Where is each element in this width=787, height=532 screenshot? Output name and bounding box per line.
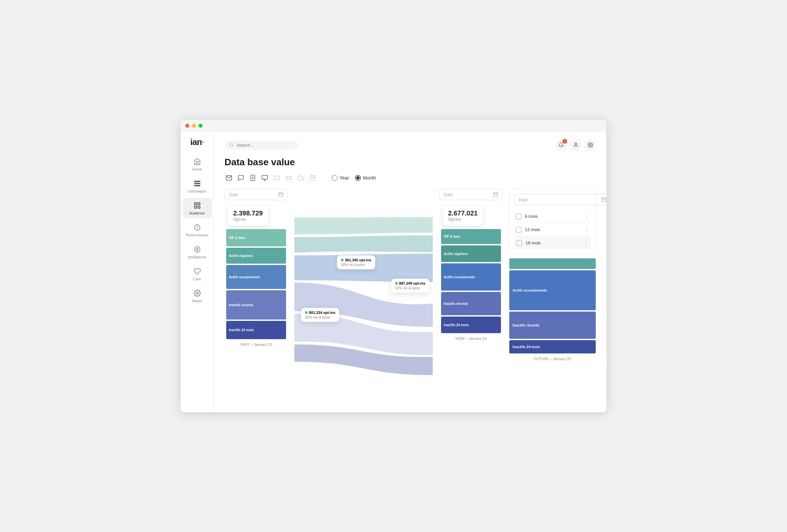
page-title: Data base value	[225, 157, 596, 168]
past-date-input[interactable]: Date	[225, 189, 288, 200]
checkbox-18mois[interactable]: 18 mois ⋮	[514, 237, 591, 249]
campaigns-icon	[193, 179, 201, 188]
now-optins-label: Opt-ins	[448, 217, 478, 222]
sidebar-item-care[interactable]: Care	[183, 264, 212, 284]
now-segments: VIP & fans Actifs réguliers Actifs occas…	[441, 229, 501, 333]
past-segments: VIP & fans Actifs réguliers Actifs occas…	[226, 229, 286, 339]
past-optins-card: 2.398.729 Opt-ins	[228, 205, 268, 226]
cb-6mois-box[interactable]	[515, 214, 522, 219]
sidebar-item-intelligence[interactable]: Intelligence	[183, 242, 212, 262]
sidebar-item-audience[interactable]: Audience	[183, 198, 212, 219]
search-box[interactable]	[225, 141, 298, 150]
past-optins-label: Opt-ins	[233, 217, 263, 222]
tooltip-1-sub: 50% de la base	[305, 315, 335, 319]
seg-inactifs-rec-now: Inactifs récents	[441, 292, 501, 315]
seg-inactifs-24-now: Inactifs 24 mois	[441, 316, 501, 333]
tooltip-3: 987.249 opt-ins 52% de la base	[391, 279, 429, 293]
svg-rect-5	[194, 206, 196, 208]
cb-6mois-label: 6 mois	[525, 214, 537, 219]
tooltip-2: 361.345 opt-ins 30% du cluster	[337, 256, 375, 269]
coupon-icon[interactable]	[284, 174, 293, 182]
window-minimize[interactable]	[192, 124, 196, 128]
wallet-icon[interactable]	[272, 174, 281, 182]
seg-actifs-occ-past: Actifs occasionnels	[226, 265, 286, 289]
user-button[interactable]	[571, 140, 581, 150]
tooltip-2-sub: 30% du cluster	[341, 263, 371, 267]
year-label: Year	[340, 175, 349, 180]
tooltip-dot-1	[305, 311, 308, 314]
sidebar-item-label: Home	[192, 167, 202, 171]
flow-area: 801.234 opt-ins 50% de la base 361.345 o…	[294, 189, 433, 382]
month-radio-circle	[355, 175, 361, 181]
sidebar-item-performances[interactable]: Performances	[183, 220, 212, 240]
tooltip-1-value: 801.234 opt-ins	[309, 311, 335, 314]
svg-rect-2	[194, 185, 200, 186]
calendar-icon[interactable]	[309, 174, 317, 182]
seg-actifs-reg-now: Actifs réguliers	[441, 245, 501, 262]
checkbox-6mois[interactable]: 6 mois ⋮	[514, 210, 591, 223]
cb-18mois-box[interactable]	[516, 240, 522, 246]
svg-rect-30	[279, 193, 283, 197]
tooltip-2-value: 361.345 opt-ins	[345, 258, 371, 262]
past-label: PAST – January 23	[240, 342, 272, 347]
svg-rect-25	[286, 177, 292, 179]
sidebar-item-home[interactable]: Home	[183, 154, 212, 175]
seg-inactifs-rec-past: Inactifs récents	[226, 290, 286, 319]
email-icon[interactable]	[225, 174, 233, 182]
gear-icon	[588, 142, 593, 148]
future-seg-inactifs-rec: Inactifs récents	[509, 312, 596, 339]
future-segments: Actifs occasionnels Inactifs récents Ina…	[509, 258, 596, 353]
calendar-icon	[278, 192, 283, 197]
notification-button[interactable]: 1	[556, 140, 567, 150]
future-date-label: Date	[518, 197, 528, 202]
now-date-input[interactable]: Date	[440, 189, 503, 200]
sidebar-item-campaigns[interactable]: Campaigns	[183, 176, 212, 197]
seg-vip-fans-past: VIP & fans	[226, 229, 286, 246]
logo-dot: ·	[202, 137, 204, 147]
topbar-actions: 1	[556, 140, 596, 150]
user-icon	[573, 142, 578, 148]
window-maximize[interactable]	[198, 124, 203, 128]
cb-12mois-box[interactable]	[515, 227, 522, 233]
now-optins-number: 2.677.021	[448, 209, 478, 217]
year-radio[interactable]: Year	[332, 175, 349, 181]
display-icon[interactable]	[260, 174, 269, 182]
cb-6mois-dots[interactable]: ⋮	[584, 213, 590, 219]
svg-line-14	[233, 146, 234, 147]
svg-rect-0	[194, 181, 200, 182]
period-radio-group: Year Month	[332, 175, 376, 181]
sidebar-item-label: Intelligence	[188, 255, 207, 259]
sidebar: ian· Home Campaigns Audience	[180, 132, 214, 412]
future-label: FUTURE – January 25	[509, 357, 596, 361]
cb-12mois-dots[interactable]: ⋮	[584, 226, 590, 233]
svg-rect-38	[602, 198, 606, 202]
past-optins-number: 2.398.729	[233, 209, 263, 217]
svg-rect-3	[194, 203, 196, 205]
month-radio[interactable]: Month	[355, 175, 376, 181]
future-date-input[interactable]: Date	[514, 194, 607, 205]
sidebar-item-admin[interactable]: Admin	[183, 286, 212, 306]
past-date-label: Date	[229, 192, 238, 197]
cb-18mois-dots[interactable]: ⋮	[583, 240, 589, 246]
cloud-icon[interactable]	[296, 174, 305, 182]
svg-point-16	[590, 144, 591, 146]
sms-icon[interactable]	[236, 174, 245, 182]
push-icon[interactable]	[249, 174, 257, 182]
svg-rect-34	[494, 193, 497, 197]
search-input[interactable]	[236, 142, 290, 148]
toolbar: Year Month	[225, 174, 596, 182]
checkbox-12mois[interactable]: 12 mois ⋮	[514, 223, 591, 237]
admin-icon	[193, 289, 201, 297]
future-column: Date 6 mois ⋮	[509, 189, 596, 361]
calendar-now-icon	[493, 192, 498, 197]
cb-18mois-label: 18 mois	[526, 240, 541, 245]
now-optins-card: 2.677.021 Opt-ins	[443, 205, 483, 226]
topbar: 1	[225, 140, 596, 150]
svg-point-15	[575, 143, 576, 145]
future-seg-teal	[509, 258, 596, 269]
sidebar-item-label: Performances	[186, 233, 208, 237]
seg-vip-fans-now: VIP & fans	[441, 229, 501, 244]
window-close[interactable]	[185, 124, 189, 128]
settings-button[interactable]	[585, 140, 596, 150]
tooltip-1: 801.234 opt-ins 50% de la base	[301, 308, 339, 322]
